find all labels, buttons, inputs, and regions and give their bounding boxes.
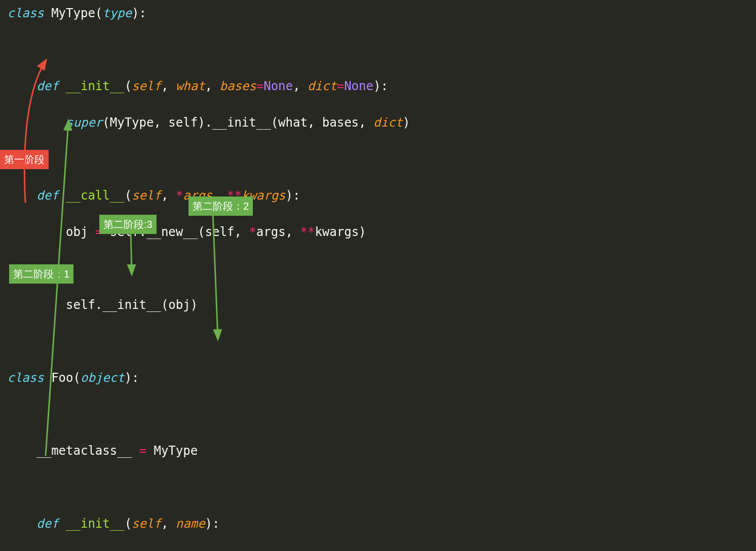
annotation-stage1: 第一阶段 (0, 150, 49, 169)
annotation-stage2-2: 第二阶段：2 (188, 196, 253, 216)
code-line-3: def __init__(self, what, bases=None, dic… (0, 77, 756, 95)
code-line-1: class MyType(type): (0, 4, 756, 22)
code-editor: class MyType(type): def __init__(self, w… (0, 0, 756, 551)
code-line-15: def __init__(self, name): (0, 515, 756, 533)
annotation-stage2-1: 第二阶段：1 (9, 264, 73, 284)
code-line-13: __metaclass__ = MyType (0, 442, 756, 460)
code-line-6: def __call__(self, *args, **kwargs): (0, 186, 756, 205)
code-line-9: self.__init__(obj) (0, 296, 756, 314)
code-line-4: super(MyType, self).__init__(what, bases… (0, 113, 756, 132)
code-line-11: class Foo(object): (0, 369, 756, 387)
annotation-stage2-3: 第二阶段:3 (99, 215, 157, 234)
